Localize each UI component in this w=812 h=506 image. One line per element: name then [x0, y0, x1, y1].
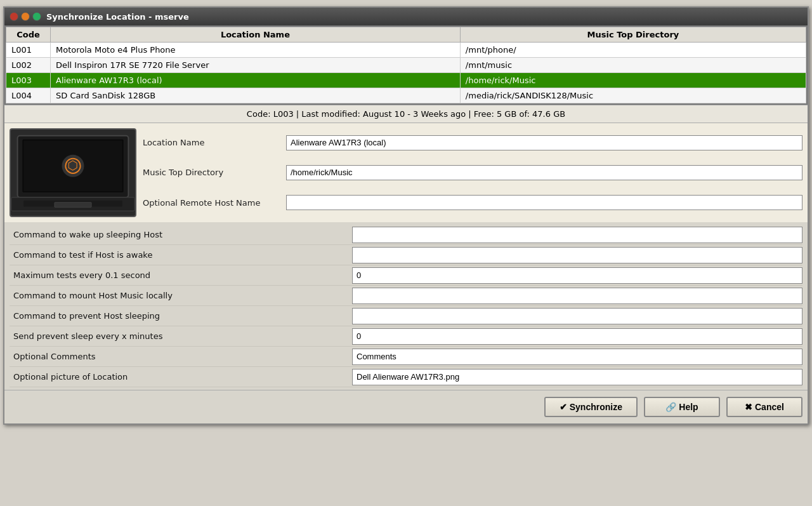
col-music-dir: Music Top Directory — [460, 27, 806, 43]
table-row[interactable]: L001 Motorola Moto e4 Plus Phone /mnt/ph… — [6, 43, 806, 58]
form-input-picture[interactable] — [352, 369, 802, 385]
form-input-mount-cmd[interactable] — [352, 288, 802, 304]
form-label-wake-cmd: Command to wake up sleeping Host — [10, 227, 352, 242]
cell-code: L002 — [6, 58, 51, 73]
form-label-prevent-sleep-interval: Send prevent sleep every x minutes — [10, 329, 352, 343]
cell-dir: /mnt/phone/ — [460, 43, 806, 58]
window-title: Synchronize Location - mserve — [46, 12, 189, 22]
form-input-max-tests[interactable] — [352, 267, 802, 284]
cell-code: L003 — [6, 73, 51, 88]
location-table: Code Location Name Music Top Directory L… — [6, 27, 806, 103]
synchronize-button[interactable]: ✔ Synchronize — [544, 397, 638, 417]
form-row-prevent-sleep-cmd: Command to prevent Host sleeping — [10, 306, 802, 326]
form-input-test-cmd[interactable] — [352, 247, 802, 263]
form-section: Command to wake up sleeping Host Command… — [4, 222, 808, 390]
music-dir-label: Music Top Directory — [143, 166, 282, 178]
detail-info-bar: Code: L003 | Last modified: August 10 - … — [4, 105, 808, 123]
location-name-label: Location Name — [143, 136, 282, 149]
close-button[interactable] — [10, 12, 18, 21]
main-window: Synchronize Location - mserve Code Locat… — [3, 6, 809, 425]
cell-dir: /media/rick/SANDISK128/Music — [460, 88, 806, 103]
detail-fields: Location Name Music Top Directory Option… — [143, 128, 802, 217]
form-row-comments: Optional Comments — [10, 347, 802, 367]
form-input-comments[interactable] — [352, 349, 802, 365]
minimize-button[interactable] — [21, 12, 30, 21]
cancel-button[interactable]: ✖ Cancel — [726, 397, 802, 417]
form-input-prevent-sleep-interval[interactable] — [352, 328, 802, 345]
cell-dir: /home/rick/Music — [460, 73, 806, 88]
form-row-wake-cmd: Command to wake up sleeping Host — [10, 225, 802, 245]
form-input-prevent-sleep-cmd[interactable] — [352, 308, 802, 324]
cell-name: Dell Inspiron 17R SE 7720 File Server — [51, 58, 461, 73]
col-code: Code — [6, 27, 51, 43]
svg-text:⬡: ⬡ — [68, 158, 79, 173]
location-table-wrapper: Code Location Name Music Top Directory L… — [4, 25, 808, 105]
laptop-image: ⬡ — [10, 128, 136, 217]
form-label-mount-cmd: Command to mount Host Music locally — [10, 288, 352, 303]
form-row-max-tests: Maximum tests every 0.1 second — [10, 265, 802, 286]
table-row[interactable]: L004 SD Card SanDisk 128GB /media/rick/S… — [6, 88, 806, 103]
cell-code: L004 — [6, 88, 51, 103]
cell-name: Motorola Moto e4 Plus Phone — [51, 43, 461, 58]
form-label-max-tests: Maximum tests every 0.1 second — [10, 268, 352, 283]
cell-code: L001 — [6, 43, 51, 58]
cell-name: SD Card SanDisk 128GB — [51, 88, 461, 103]
form-row-mount-cmd: Command to mount Host Music locally — [10, 286, 802, 306]
form-row-prevent-sleep-interval: Send prevent sleep every x minutes — [10, 326, 802, 347]
cell-dir: /mnt/music — [460, 58, 806, 73]
table-row[interactable]: L003 Alienware AW17R3 (local) /home/rick… — [6, 73, 806, 88]
form-label-comments: Optional Comments — [10, 349, 352, 364]
col-location-name: Location Name — [51, 27, 461, 43]
form-row-picture: Optional picture of Location — [10, 367, 802, 387]
button-bar: ✔ Synchronize 🔗 Help ✖ Cancel — [4, 390, 808, 423]
remote-host-label: Optional Remote Host Name — [143, 197, 282, 209]
cell-name: Alienware AW17R3 (local) — [51, 73, 461, 88]
detail-content: ⬡ Location Name Music Top Directory Opti… — [4, 123, 808, 222]
music-dir-input[interactable] — [286, 165, 802, 180]
help-button[interactable]: 🔗 Help — [644, 397, 720, 417]
form-input-wake-cmd[interactable] — [352, 227, 802, 243]
form-row-test-cmd: Command to test if Host is awake — [10, 245, 802, 265]
window-controls — [10, 12, 41, 21]
table-row[interactable]: L002 Dell Inspiron 17R SE 7720 File Serv… — [6, 58, 806, 73]
title-bar: Synchronize Location - mserve — [4, 8, 808, 25]
location-name-input[interactable] — [286, 135, 802, 150]
remote-host-input[interactable] — [286, 195, 802, 210]
maximize-button[interactable] — [32, 12, 41, 21]
svg-rect-8 — [55, 203, 91, 208]
form-label-test-cmd: Command to test if Host is awake — [10, 248, 352, 262]
form-label-picture: Optional picture of Location — [10, 370, 352, 384]
form-label-prevent-sleep-cmd: Command to prevent Host sleeping — [10, 309, 352, 323]
